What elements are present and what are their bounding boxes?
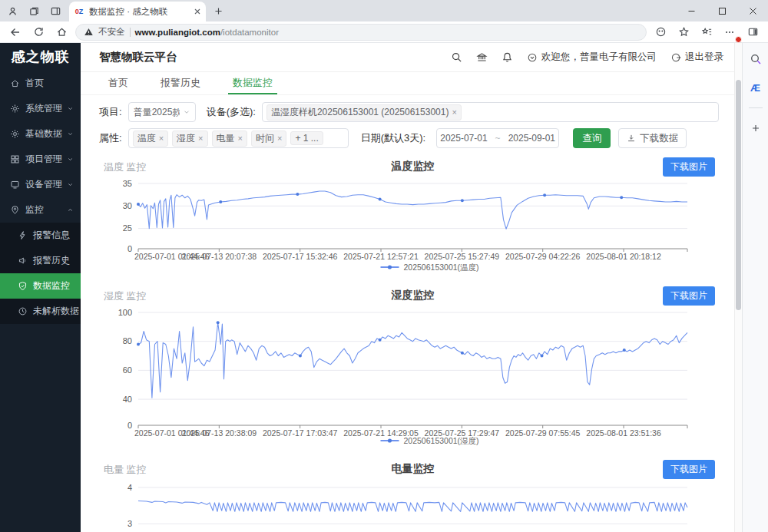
filter-row-1: 项目: 普量2025款4... 设备(多选): 温湿度样机20250615300… bbox=[99, 102, 734, 122]
chart-section-1: 湿度 监控湿度监控下载图片10080604002025-07-01 01:44:… bbox=[81, 286, 734, 446]
workspaces-icon[interactable] bbox=[25, 2, 43, 19]
remove-tag-icon[interactable]: × bbox=[238, 134, 243, 143]
browser-menu-icon[interactable] bbox=[720, 23, 739, 41]
grid-icon bbox=[10, 154, 20, 164]
sidebar-item-0[interactable]: 首页 bbox=[0, 71, 81, 96]
rail-search-icon[interactable] bbox=[747, 51, 764, 68]
split-screen-icon[interactable] bbox=[743, 23, 762, 41]
browser-toolbar: 不安全 www.puliangiot.com/iotdatamonitor bbox=[0, 21, 768, 43]
tab-0[interactable]: 首页 bbox=[104, 72, 133, 94]
svg-text:0: 0 bbox=[127, 421, 132, 430]
sidebar-subitem-2[interactable]: 数据监控 bbox=[0, 273, 81, 299]
download-image-button[interactable]: 下载图片 bbox=[663, 286, 715, 306]
query-button[interactable]: 查询 bbox=[573, 128, 611, 148]
chart-plot-0: 35302502025-07-01 01:44:462025-07-13 20:… bbox=[81, 176, 734, 273]
data-point-marker bbox=[296, 193, 299, 196]
sidebar-item-label: 监控 bbox=[25, 203, 44, 216]
collections-icon[interactable] bbox=[697, 23, 716, 41]
svg-text:60: 60 bbox=[123, 365, 132, 375]
sidebar-item-1[interactable]: 系统管理 bbox=[0, 96, 81, 121]
speaker-icon bbox=[18, 256, 28, 266]
download-icon bbox=[627, 134, 636, 143]
tab-1[interactable]: 报警历史 bbox=[156, 72, 205, 94]
organization-icon[interactable] bbox=[476, 51, 488, 63]
site-favicon: 0Z bbox=[74, 6, 84, 17]
attribute-more-tag[interactable]: + 1 ... bbox=[290, 131, 323, 145]
maximize-button[interactable] bbox=[707, 0, 737, 21]
profile-icon[interactable] bbox=[3, 2, 22, 19]
rail-app-icon[interactable]: Æ bbox=[747, 79, 764, 96]
svg-text:2025-07-13 20:38:09: 2025-07-13 20:38:09 bbox=[182, 428, 257, 438]
scrollbar-thumb[interactable] bbox=[736, 80, 741, 310]
tab-title: 数据监控 · 感之物联 bbox=[89, 6, 189, 18]
clock-icon bbox=[18, 306, 28, 316]
bell-icon[interactable] bbox=[502, 51, 513, 63]
address-bar[interactable]: 不安全 www.puliangiot.com/iotdatamonitor bbox=[75, 24, 647, 41]
chev-up bbox=[67, 207, 74, 213]
sidebar-item-label: 项目管理 bbox=[25, 153, 62, 166]
sidebar-item-5[interactable]: 监控 bbox=[0, 197, 81, 223]
feedback-icon[interactable] bbox=[651, 23, 670, 41]
logout-button[interactable]: 退出登录 bbox=[670, 51, 723, 64]
svg-text:4: 4 bbox=[127, 483, 132, 492]
sidebar-item-label: 基础数据 bbox=[25, 127, 62, 140]
legend-label[interactable]: 202506153001(湿度) bbox=[404, 436, 479, 445]
browser-tab[interactable]: 0Z 数据监控 · 感之物联 bbox=[69, 2, 206, 21]
remove-tag-icon[interactable]: × bbox=[198, 134, 203, 143]
data-point-marker bbox=[299, 355, 302, 358]
sidebar-item-2[interactable]: 基础数据 bbox=[0, 121, 81, 147]
new-tab-button[interactable] bbox=[214, 6, 223, 16]
sidebar-item-4[interactable]: 设备管理 bbox=[0, 172, 81, 197]
svg-text:2025-08-01 20:18:12: 2025-08-01 20:18:12 bbox=[586, 252, 661, 261]
date-start: 2025-07-01 bbox=[440, 133, 487, 144]
browser-window: 0Z 数据监控 · 感之物联 不安全 www.puliangiot.com/io… bbox=[0, 0, 768, 532]
attribute-label: 属性: bbox=[99, 131, 122, 145]
rail-add-icon[interactable] bbox=[747, 120, 764, 137]
chart-plot-2: 43 bbox=[81, 478, 734, 532]
svg-text:100: 100 bbox=[118, 308, 132, 317]
close-button[interactable] bbox=[737, 0, 768, 21]
sidebar-subitem-1[interactable]: 报警历史 bbox=[0, 248, 81, 273]
svg-text:2025-07-21 12:57:21: 2025-07-21 12:57:21 bbox=[343, 252, 419, 261]
legend-label[interactable]: 202506153001(温度) bbox=[404, 263, 479, 272]
remove-tag-icon[interactable]: × bbox=[277, 134, 282, 143]
pin-icon bbox=[10, 205, 20, 215]
download-image-button[interactable]: 下载图片 bbox=[663, 157, 715, 177]
minimize-button[interactable] bbox=[676, 0, 707, 21]
svg-text:2025-07-17 17:03:47: 2025-07-17 17:03:47 bbox=[263, 428, 338, 438]
tab-close-icon[interactable] bbox=[194, 8, 201, 15]
download-image-button[interactable]: 下载图片 bbox=[663, 460, 715, 479]
sidebar-subitem-0[interactable]: 报警信息 bbox=[0, 223, 81, 248]
data-point-marker bbox=[137, 203, 140, 206]
search-icon[interactable] bbox=[451, 51, 462, 63]
date-separator: ~ bbox=[495, 133, 501, 144]
favorite-star-icon[interactable] bbox=[674, 23, 693, 41]
refresh-icon[interactable] bbox=[29, 23, 48, 41]
svg-text:2025-07-17 15:32:46: 2025-07-17 15:32:46 bbox=[263, 252, 338, 261]
download-data-button[interactable]: 下载数据 bbox=[618, 128, 687, 148]
bolt-icon bbox=[18, 230, 28, 240]
page-scrollbar[interactable] bbox=[734, 43, 742, 532]
remove-tag-icon[interactable]: × bbox=[452, 108, 456, 117]
welcome-user[interactable]: 欢迎您，普量电子有限公司 bbox=[527, 51, 657, 64]
sidebar-subitem-3[interactable]: 未解析数据 bbox=[0, 299, 81, 324]
project-select[interactable]: 普量2025款4... bbox=[128, 102, 196, 122]
sidebar-item-3[interactable]: 项目管理 bbox=[0, 147, 81, 172]
filter-panel: 项目: 普量2025款4... 设备(多选): 温湿度样机20250615300… bbox=[81, 95, 734, 156]
device-label: 设备(多选): bbox=[207, 105, 256, 119]
tab-actions-icon[interactable] bbox=[46, 2, 65, 19]
remove-tag-icon[interactable]: × bbox=[159, 134, 164, 143]
update-badge bbox=[735, 36, 742, 43]
attribute-tag-2: 电量× bbox=[212, 131, 247, 147]
date-label: 日期(默认3天): bbox=[361, 131, 426, 145]
tab-2[interactable]: 数据监控 bbox=[228, 72, 277, 94]
attribute-multiselect[interactable]: 温度×湿度×电量×时间×+ 1 ... bbox=[128, 128, 349, 148]
data-point-marker bbox=[379, 198, 382, 201]
browser-tab-strip: 0Z 数据监控 · 感之物联 bbox=[0, 0, 768, 21]
home-icon[interactable] bbox=[52, 23, 71, 41]
date-range-picker[interactable]: 2025-07-01 ~ 2025-09-01 bbox=[436, 128, 559, 148]
gear-icon bbox=[10, 129, 20, 139]
main-content: 智慧物联云平台 欢迎您，普量电子有限公司 退出登录 首页报警历史数据监控 项目:… bbox=[81, 43, 734, 532]
device-multiselect[interactable]: 温湿度样机202506153001 (202506153001)× bbox=[262, 102, 719, 122]
back-icon[interactable] bbox=[6, 23, 25, 41]
